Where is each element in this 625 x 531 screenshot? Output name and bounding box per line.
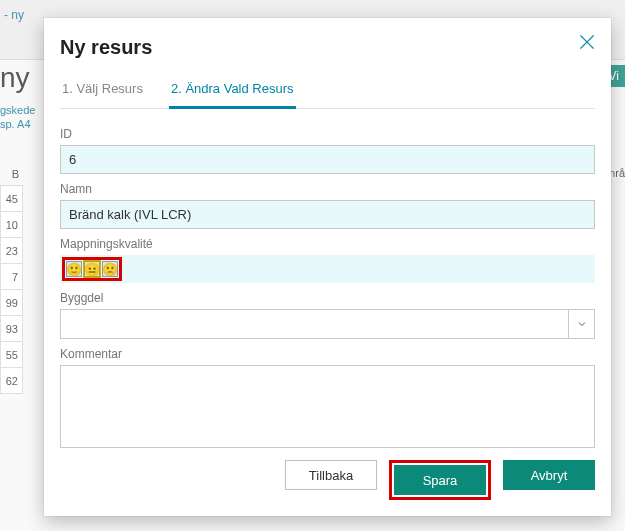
new-resource-modal: Ny resurs 1. Välj Resurs 2. Ändra Vald R… [44,18,611,516]
name-field[interactable] [60,200,595,229]
modal-tabs: 1. Välj Resurs 2. Ändra Vald Resurs [60,77,595,109]
comment-label: Kommentar [60,347,595,361]
id-label: ID [60,127,595,141]
modal-title: Ny resurs [60,36,595,59]
quality-neutral-icon[interactable]: 😐 [84,261,100,277]
name-label: Namn [60,182,595,196]
save-highlight-box: Spara [389,460,491,500]
close-icon[interactable] [577,32,597,52]
id-field[interactable] [60,145,595,174]
quality-label: Mappningskvalité [60,237,595,251]
tab-edit-resource[interactable]: 2. Ändra Vald Resurs [169,77,296,109]
tab-select-resource[interactable]: 1. Välj Resurs [60,77,145,108]
comment-field[interactable] [60,365,595,448]
byggdel-select[interactable] [60,309,595,339]
byggdel-value[interactable] [60,309,569,339]
modal-footer: Tillbaka Spara Avbryt [60,448,595,500]
quality-highlight-box: 🙂 😐 🙁 [62,257,122,281]
byggdel-label: Byggdel [60,291,595,305]
save-button[interactable]: Spara [394,465,486,495]
quality-happy-icon[interactable]: 🙂 [66,261,82,277]
chevron-down-icon[interactable] [569,309,595,339]
back-button[interactable]: Tillbaka [285,460,377,490]
cancel-button[interactable]: Avbryt [503,460,595,490]
quality-sad-icon[interactable]: 🙁 [102,261,118,277]
quality-row: 🙂 😐 🙁 [60,255,595,283]
